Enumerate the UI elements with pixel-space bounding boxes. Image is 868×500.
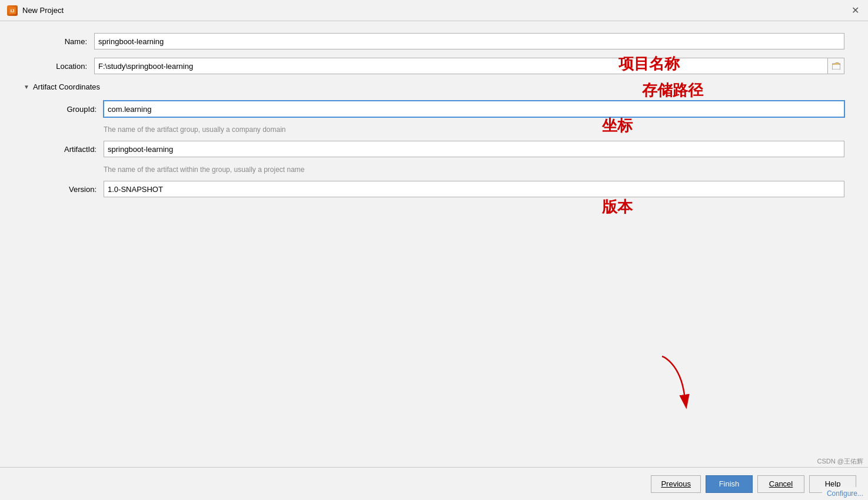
artifactid-hint: The name of the artifact within the grou… [104, 165, 844, 174]
artifact-section-title: Artifact Coordinates [33, 82, 100, 91]
groupid-label: GroupId: [33, 105, 104, 114]
artifactid-input[interactable] [104, 141, 844, 157]
collapse-arrow-icon[interactable]: ▼ [24, 84, 29, 90]
version-label: Version: [33, 185, 104, 194]
name-label: Name: [24, 37, 94, 46]
groupid-hint: The name of the artifact group, usually … [104, 125, 844, 134]
groupid-row: GroupId: [33, 101, 844, 117]
name-input[interactable] [94, 33, 844, 49]
location-input[interactable] [94, 58, 828, 74]
previous-button[interactable]: Previous [651, 475, 701, 493]
finish-button[interactable]: Finish [706, 475, 753, 493]
groupid-input[interactable] [104, 101, 844, 117]
artifact-section: GroupId: The name of the artifact group,… [33, 101, 844, 197]
location-row: Location: [24, 58, 844, 74]
app-icon: IJ [7, 5, 18, 16]
artifactid-row: ArtifactId: [33, 141, 844, 157]
artifact-coordinates-header: ▼ Artifact Coordinates [24, 82, 844, 91]
close-button[interactable]: ✕ [849, 5, 861, 16]
svg-text:IJ: IJ [11, 8, 15, 14]
svg-rect-2 [832, 64, 840, 69]
location-input-wrapper [94, 58, 844, 74]
location-label: Location: [24, 62, 94, 71]
dialog-title: New Project [22, 6, 64, 15]
folder-browse-button[interactable] [828, 58, 844, 74]
configure-link[interactable]: Configure... [822, 487, 868, 500]
finish-arrow-annotation [650, 350, 697, 411]
version-row: Version: [33, 181, 844, 197]
dialog-footer: Previous Finish Cancel Help [0, 467, 868, 500]
version-input[interactable] [104, 181, 844, 197]
dialog-content: Name: Location: ▼ [0, 21, 868, 217]
artifactid-label: ArtifactId: [33, 145, 104, 154]
title-bar: IJ New Project ✕ [0, 0, 868, 21]
cancel-button[interactable]: Cancel [757, 475, 804, 493]
name-row: Name: [24, 33, 844, 49]
